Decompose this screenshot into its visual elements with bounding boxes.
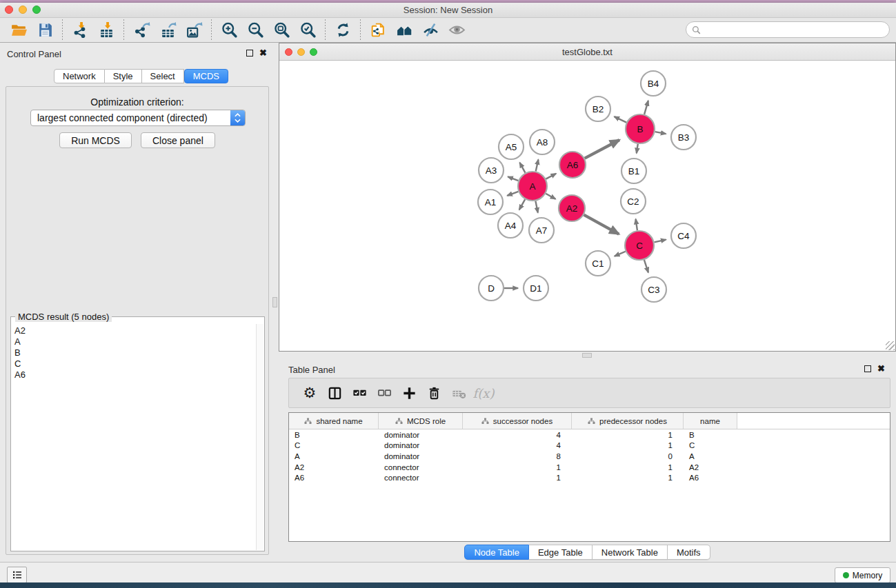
tab-style[interactable]: Style [105, 69, 142, 83]
graph-node-B4[interactable]: B4 [641, 71, 666, 96]
table-cell[interactable]: 1 [463, 463, 572, 472]
table-cell[interactable]: A6 [684, 474, 737, 482]
graph-node-A2[interactable]: A2 [559, 195, 585, 221]
column-header-predecessor-nodes[interactable]: predecessor nodes [572, 413, 684, 429]
network-window-titlebar[interactable]: testGlobe.txt [279, 43, 895, 61]
tab-network[interactable]: Network [54, 69, 105, 83]
table-row[interactable]: Bdominator41B [289, 429, 890, 440]
tab-motifs[interactable]: Motifs [668, 545, 710, 560]
graph-node-B2[interactable]: B2 [586, 97, 610, 121]
graph-node-A3[interactable]: A3 [479, 158, 504, 183]
table-cell[interactable]: C [289, 441, 379, 449]
vertical-splitter-grip[interactable] [272, 297, 277, 307]
tab-network-table[interactable]: Network Table [593, 545, 668, 560]
export-table-icon[interactable] [155, 19, 181, 41]
graph-node-C3[interactable]: C3 [641, 277, 666, 302]
table-row[interactable]: A6connector11A6 [289, 472, 890, 483]
table-cell[interactable]: dominator [379, 431, 463, 439]
first-neighbors-icon[interactable] [391, 19, 417, 41]
table-cell[interactable]: C [684, 441, 737, 449]
zoom-selected-icon[interactable] [295, 19, 321, 41]
graph-node-D[interactable]: D [479, 276, 504, 301]
table-cell[interactable]: 1 [572, 463, 684, 472]
table-cell[interactable]: 1 [572, 441, 684, 449]
import-network-icon[interactable] [67, 19, 93, 41]
zoom-fit-icon[interactable] [268, 19, 295, 41]
close-table-panel-icon[interactable]: ✖ [877, 365, 885, 373]
graph-node-C2[interactable]: C2 [621, 189, 646, 214]
table-row[interactable]: A2connector11A2 [289, 462, 890, 473]
graph-node-A5[interactable]: A5 [499, 134, 524, 159]
app-titlebar[interactable]: Session: New Session [0, 3, 896, 18]
select-all-icon[interactable] [347, 381, 372, 405]
tab-select[interactable]: Select [142, 69, 184, 83]
zoom-in-icon[interactable] [216, 19, 242, 41]
graph-node-B[interactable]: B [626, 114, 655, 143]
tab-mcds[interactable]: MCDS [184, 69, 228, 83]
zoom-out-icon[interactable] [242, 19, 268, 41]
graph-node-A1[interactable]: A1 [478, 190, 503, 214]
table-row[interactable]: Cdominator41C [289, 440, 890, 452]
export-network-icon[interactable] [128, 19, 155, 41]
table-cell[interactable]: 1 [572, 474, 684, 482]
table-cell[interactable]: 8 [463, 452, 572, 460]
graph-node-B1[interactable]: B1 [621, 159, 646, 183]
tab-edge-table[interactable]: Edge Table [529, 545, 593, 560]
table-row[interactable]: Adominator80A [289, 451, 890, 462]
delete-column-icon[interactable] [421, 381, 446, 405]
table-settings-icon[interactable]: ⚙ [297, 381, 322, 405]
float-panel-icon[interactable] [246, 50, 253, 57]
table-cell[interactable]: 1 [463, 474, 572, 482]
table-cell[interactable]: dominator [379, 452, 463, 460]
column-header-shared-name[interactable]: shared name [289, 413, 379, 429]
task-history-button[interactable] [7, 567, 27, 583]
show-hide-panels-icon[interactable] [444, 19, 470, 41]
graph-node-C[interactable]: C [625, 231, 654, 260]
open-session-icon[interactable] [6, 19, 32, 41]
column-header-successor-nodes[interactable]: successor nodes [463, 413, 572, 429]
add-column-icon[interactable] [397, 381, 421, 405]
network-canvas[interactable]: B4B2BB3A8A5A6A3B1AC2A1A2A4A7C4CC1C3DD1 [280, 61, 895, 350]
graph-node-C4[interactable]: C4 [671, 223, 696, 248]
table-cell[interactable]: 4 [463, 431, 572, 439]
graph-node-D1[interactable]: D1 [524, 276, 548, 301]
memory-button[interactable]: Memory [835, 567, 890, 583]
refresh-icon[interactable] [330, 19, 356, 41]
search-input[interactable] [704, 25, 889, 34]
table-cell[interactable]: 0 [572, 452, 684, 460]
search-box[interactable] [686, 21, 890, 38]
horizontal-splitter-grip[interactable] [582, 353, 592, 358]
run-mcds-button[interactable]: Run MCDS [59, 132, 132, 148]
table-cell[interactable]: A6 [289, 474, 379, 482]
table-cell[interactable]: A2 [684, 463, 737, 472]
float-table-panel-icon[interactable] [864, 365, 871, 372]
table-cell[interactable]: B [684, 431, 737, 439]
table-cell[interactable]: dominator [379, 441, 463, 449]
result-scrollbar[interactable] [256, 324, 263, 550]
mcds-result-item[interactable]: A6 [14, 369, 256, 381]
duplicate-network-icon[interactable] [365, 19, 391, 41]
window-resize-grip[interactable] [886, 341, 895, 350]
mcds-result-list[interactable]: A2ABCA6 [12, 324, 256, 550]
column-header-MCDS-role[interactable]: MCDS role [379, 413, 463, 429]
graph-node-A8[interactable]: A8 [530, 130, 555, 154]
table-cell[interactable]: A [289, 452, 379, 460]
table-cell[interactable]: A [684, 452, 737, 460]
table-cell[interactable]: A2 [289, 463, 379, 472]
criterion-select[interactable]: largest connected component (directed) [30, 110, 246, 126]
graph-node-A7[interactable]: A7 [529, 218, 554, 243]
table-cell[interactable]: connector [379, 474, 463, 482]
table-cell[interactable]: B [289, 431, 379, 439]
graph-node-C1[interactable]: C1 [586, 251, 610, 276]
mcds-result-item[interactable]: A [14, 336, 256, 347]
table-cell[interactable]: connector [379, 463, 463, 472]
close-panel-button[interactable]: Close panel [141, 132, 215, 148]
import-table-icon[interactable] [93, 19, 119, 41]
node-table[interactable]: shared nameMCDS rolesuccessor nodesprede… [288, 412, 890, 542]
graph-node-B3[interactable]: B3 [671, 125, 696, 150]
graph-node-A6[interactable]: A6 [559, 152, 586, 178]
table-cell[interactable]: 4 [463, 441, 572, 449]
close-panel-icon[interactable]: ✖ [259, 49, 267, 57]
graph-node-A[interactable]: A [518, 172, 547, 201]
tab-node-table[interactable]: Node Table [464, 545, 529, 560]
